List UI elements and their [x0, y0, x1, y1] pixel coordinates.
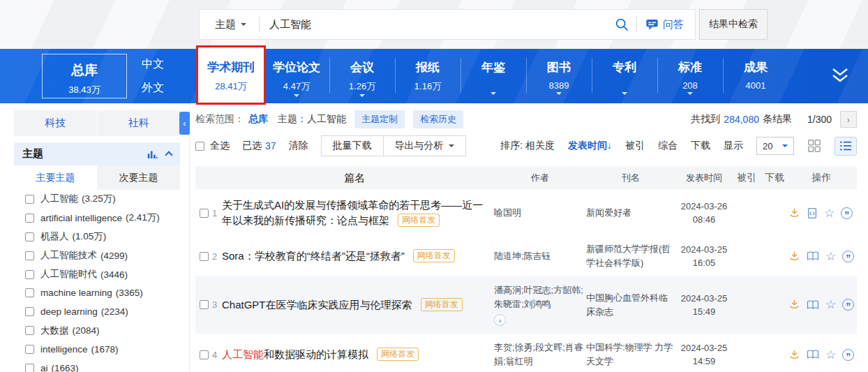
- authors-link[interactable]: 陆道坤;陈吉钰: [494, 249, 586, 263]
- row-checkbox[interactable]: [200, 350, 209, 359]
- topic-checkbox[interactable]: [25, 288, 34, 297]
- scope-value[interactable]: 总库: [248, 113, 268, 126]
- row-checkbox[interactable]: [200, 252, 209, 261]
- journal-link[interactable]: 中国胸心血管外科临床杂志: [586, 291, 675, 319]
- topic-checkbox[interactable]: [25, 195, 34, 204]
- cite-quote-icon[interactable]: ”: [842, 299, 854, 311]
- lang-chinese[interactable]: 中文: [130, 57, 176, 72]
- nav-tab-academic-journals[interactable]: 学术期刊 28.41万: [198, 49, 264, 103]
- topic-item[interactable]: machine learning (3365): [0, 283, 190, 302]
- download-icon[interactable]: [788, 251, 800, 262]
- cite-quote-icon[interactable]: ”: [842, 251, 854, 262]
- topic-checkbox[interactable]: [25, 326, 34, 335]
- topic-checkbox[interactable]: [25, 251, 34, 260]
- search-button[interactable]: [607, 17, 636, 32]
- clear-selection-button[interactable]: 清除: [289, 140, 308, 152]
- bar-chart-icon[interactable]: [147, 149, 158, 159]
- authors-link[interactable]: 李贺;徐勇;段文晖;肖睿娟;翁红明: [494, 341, 586, 369]
- topic-item[interactable]: 人工智能时代 (3446): [0, 265, 190, 284]
- topic-item[interactable]: 机器人 (1.05万): [0, 228, 190, 246]
- topic-checkbox[interactable]: [25, 345, 34, 354]
- sort-cited[interactable]: 被引: [625, 140, 645, 152]
- nav-tab-dissertations[interactable]: 学位论文 4.47万: [264, 49, 329, 103]
- row-checkbox[interactable]: [200, 300, 209, 309]
- book-read-icon[interactable]: [807, 251, 819, 262]
- lang-foreign[interactable]: 外文: [130, 81, 176, 96]
- nav-tabs: 学术期刊 28.41万 学位论文 4.47万 会议 1.26万 报纸 1.16万…: [198, 49, 788, 103]
- topic-item[interactable]: intelligence (1678): [0, 340, 190, 359]
- nav-tab-patents[interactable]: 专利: [592, 49, 657, 103]
- nav-tab-conferences[interactable]: 会议 1.26万: [329, 49, 395, 103]
- topic-checkbox[interactable]: [25, 270, 34, 279]
- list-view-button[interactable]: [835, 137, 857, 156]
- cite-quote-icon[interactable]: ”: [841, 207, 853, 219]
- journal-link[interactable]: 新疆师范大学学报(哲学社会科学版): [586, 242, 675, 270]
- topic-checkbox[interactable]: [25, 232, 34, 241]
- topic-item[interactable]: 人工智能 (3.25万): [0, 190, 190, 209]
- sort-comprehensive[interactable]: 综合: [658, 140, 678, 152]
- subtab-main-topic[interactable]: 主要主题: [14, 165, 97, 190]
- favorite-star-icon[interactable]: ☆: [824, 206, 835, 221]
- favorite-star-icon[interactable]: ☆: [825, 297, 836, 312]
- download-icon[interactable]: [788, 299, 800, 311]
- book-read-icon[interactable]: [807, 349, 819, 360]
- search-in-results-button[interactable]: 结果中检索: [699, 9, 768, 40]
- favorite-star-icon[interactable]: ☆: [825, 249, 836, 264]
- select-all-label[interactable]: 全选: [210, 140, 230, 152]
- nav-tab-yearbooks[interactable]: 年鉴: [461, 49, 526, 103]
- expand-authors-button[interactable]: ›: [494, 314, 506, 326]
- search-input[interactable]: [260, 19, 607, 31]
- topic-custom-button[interactable]: 主题定制: [354, 110, 405, 128]
- journal-link[interactable]: 中国科学:物理学 力学 天文学: [586, 341, 675, 369]
- selected-label: 已选: [242, 140, 262, 152]
- sort-relevance[interactable]: 相关度: [525, 140, 555, 151]
- topic-checkbox[interactable]: [25, 214, 34, 223]
- search-field-selector[interactable]: 主题: [200, 18, 259, 31]
- next-page-button[interactable]: ›: [840, 111, 857, 128]
- export-analyze-button[interactable]: 导出与分析: [383, 135, 466, 156]
- qa-button[interactable]: 问答: [637, 18, 695, 31]
- nav-tab-books[interactable]: 图书 8389: [526, 49, 592, 103]
- tab-social-science[interactable]: 社科: [98, 110, 181, 136]
- authors-link[interactable]: 喻国明: [494, 206, 586, 220]
- download-icon[interactable]: [788, 349, 800, 361]
- article-title-link[interactable]: 关于生成式AI的发展与传播领域革命的若干思考——近一年以来我的新传播研究：论点与…: [222, 199, 483, 226]
- journal-link[interactable]: 新闻爱好者: [586, 206, 675, 220]
- topic-item[interactable]: deep learning (2234): [0, 302, 190, 321]
- sort-downloads[interactable]: 下载: [691, 140, 710, 152]
- sort-publish-time[interactable]: 发表时间↓: [568, 140, 612, 152]
- nav-tab-newspapers[interactable]: 报纸 1.16万: [395, 49, 461, 103]
- page-size-select[interactable]: 20: [756, 137, 794, 155]
- subtab-secondary-topic[interactable]: 次要主题: [97, 165, 180, 190]
- article-title-link[interactable]: Sora：学校教育的“终结者”还是“拯救者”: [222, 250, 405, 262]
- results-toolbar: 全选 已选 37 清除 批量下载 导出与分析 排序: 相关度 发表时间↓ 被引 …: [195, 133, 857, 159]
- grid-view-button[interactable]: [807, 139, 821, 153]
- sidebar-collapse-button[interactable]: ‹: [179, 112, 190, 135]
- topic-item[interactable]: 大数据 (2084): [0, 321, 190, 340]
- tab-sci-tech[interactable]: 科技: [14, 110, 97, 136]
- search-history-button[interactable]: 检索历史: [413, 110, 463, 128]
- search-box: 主题 问答: [199, 9, 696, 40]
- expand-more-databases-button[interactable]: [829, 67, 851, 88]
- filter-sidebar: 科技 社科 ‹ 主题 主要主题 次要主题 人工智能 (3.25万) artifi…: [0, 103, 190, 372]
- article-title-link[interactable]: ChatGPT在医学临床实践应用与伦理探索: [222, 299, 412, 311]
- row-checkbox[interactable]: [200, 209, 209, 218]
- nav-total-library[interactable]: 总库 38.43万: [42, 54, 127, 98]
- topic-item[interactable]: artificial intelligence (2.41万): [0, 209, 190, 228]
- book-read-icon[interactable]: [807, 299, 819, 311]
- html-read-icon[interactable]: [807, 207, 818, 219]
- topic-item[interactable]: ai (1663): [0, 359, 190, 372]
- nav-tab-standards[interactable]: 标准 208: [657, 49, 723, 103]
- authors-link[interactable]: 潘高涧;叶冠志;方韶韩;朱晓雷;刘鸿鸣: [494, 285, 583, 309]
- batch-download-button[interactable]: 批量下载: [321, 135, 384, 156]
- download-icon[interactable]: [788, 207, 800, 219]
- collapse-group-icon[interactable]: [165, 151, 172, 158]
- topic-checkbox[interactable]: [25, 307, 34, 316]
- nav-tab-achievements[interactable]: 成果 4001: [723, 49, 788, 103]
- favorite-star-icon[interactable]: ☆: [825, 348, 836, 362]
- topic-checkbox[interactable]: [25, 364, 34, 372]
- article-title-link[interactable]: 人工智能和数据驱动的计算模拟: [222, 348, 368, 360]
- select-all-checkbox[interactable]: [195, 142, 204, 151]
- topic-item[interactable]: 人工智能技术 (4299): [0, 246, 190, 265]
- cite-quote-icon[interactable]: ”: [842, 349, 854, 361]
